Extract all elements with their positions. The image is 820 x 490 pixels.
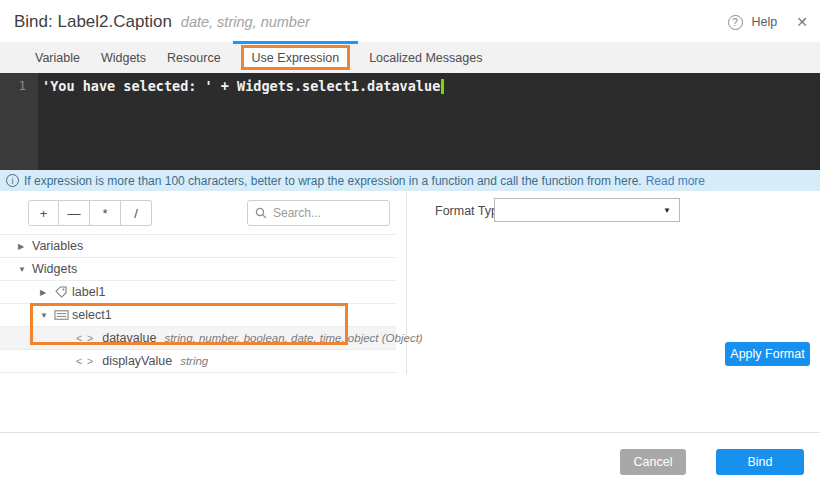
tree-node-label1[interactable]: ▶ label1: [0, 281, 396, 304]
tag-icon: [54, 285, 72, 299]
tab-resource[interactable]: Resource: [157, 51, 231, 65]
tree-node-datavalue[interactable]: < > datavalue string, number, boolean, d…: [0, 327, 396, 350]
bind-dialog: Bind: Label2.Caption date, string, numbe…: [0, 0, 820, 490]
dialog-header: Bind: Label2.Caption date, string, numbe…: [0, 0, 820, 44]
tree-node-variables[interactable]: ▶ Variables: [0, 235, 396, 258]
apply-format-button[interactable]: Apply Format: [725, 342, 810, 366]
tree-node-widgets[interactable]: ▼ Widgets: [0, 258, 396, 281]
tab-use-expression[interactable]: Use Expression: [241, 45, 351, 70]
multiply-operator-button[interactable]: *: [90, 200, 121, 226]
help-link[interactable]: Help: [752, 15, 778, 29]
cancel-button[interactable]: Cancel: [620, 449, 686, 475]
plus-operator-button[interactable]: +: [28, 200, 59, 226]
minus-operator-button[interactable]: —: [59, 200, 90, 226]
info-icon: i: [6, 174, 19, 187]
tree-node-select1[interactable]: ▼ select1: [0, 304, 396, 327]
tab-use-expression-label: Use Expression: [252, 51, 340, 65]
tab-widgets[interactable]: Widgets: [91, 51, 156, 65]
dialog-subtitle: date, string, number: [181, 14, 310, 30]
dialog-title: Bind: Label2.Caption: [14, 12, 172, 32]
caret-down-icon[interactable]: ▼: [18, 265, 32, 274]
info-message: If expression is more than 100 character…: [24, 174, 642, 188]
binding-tree-panel: + — * / ▶ Variables ▼ Widgets ▶: [0, 191, 407, 374]
operator-button-group: + — * /: [28, 200, 152, 226]
expression-editor[interactable]: 1 'You have selected: ' + Widgets.select…: [0, 73, 820, 170]
info-bar: i If expression is more than 100 charact…: [0, 170, 820, 191]
line-number: 1: [18, 78, 26, 93]
caret-right-icon[interactable]: ▶: [18, 242, 32, 251]
format-type-dropdown[interactable]: ▼: [494, 198, 680, 222]
caret-down-icon[interactable]: ▼: [40, 311, 54, 320]
bind-button[interactable]: Bind: [716, 449, 804, 475]
editor-cursor: [441, 79, 444, 94]
active-tab-indicator: [233, 41, 359, 44]
select-widget-icon: [54, 309, 72, 321]
type-hint: string, number, boolean, date, time, obj…: [164, 332, 422, 344]
tab-bar: Variable Widgets Resource Use Expression…: [0, 42, 820, 73]
format-panel: Format Type ▼ Apply Format: [407, 191, 820, 374]
divide-operator-button[interactable]: /: [121, 200, 152, 226]
code-property-icon: < >: [76, 355, 94, 367]
caret-right-icon[interactable]: ▶: [40, 288, 54, 297]
search-input[interactable]: [273, 206, 382, 220]
search-box[interactable]: [247, 200, 390, 226]
type-hint: string: [180, 355, 208, 367]
tab-variable[interactable]: Variable: [25, 51, 90, 65]
binding-tree: ▶ Variables ▼ Widgets ▶ label1 ▼: [0, 234, 396, 373]
help-icon[interactable]: ?: [728, 15, 743, 30]
dialog-footer: Cancel Bind: [0, 432, 820, 490]
close-icon[interactable]: ✕: [796, 14, 808, 30]
tree-node-displayvalue[interactable]: < > displayValue string: [0, 350, 396, 373]
code-property-icon: < >: [76, 332, 94, 344]
expression-code[interactable]: 'You have selected: ' + Widgets.select1.…: [42, 78, 444, 94]
read-more-link[interactable]: Read more: [646, 174, 705, 188]
tab-localized-messages[interactable]: Localized Messages: [359, 51, 492, 65]
editor-gutter: 1: [0, 73, 38, 170]
chevron-down-icon: ▼: [663, 206, 671, 215]
search-icon: [255, 207, 267, 219]
dialog-body: + — * / ▶ Variables ▼ Widgets ▶: [0, 191, 820, 374]
